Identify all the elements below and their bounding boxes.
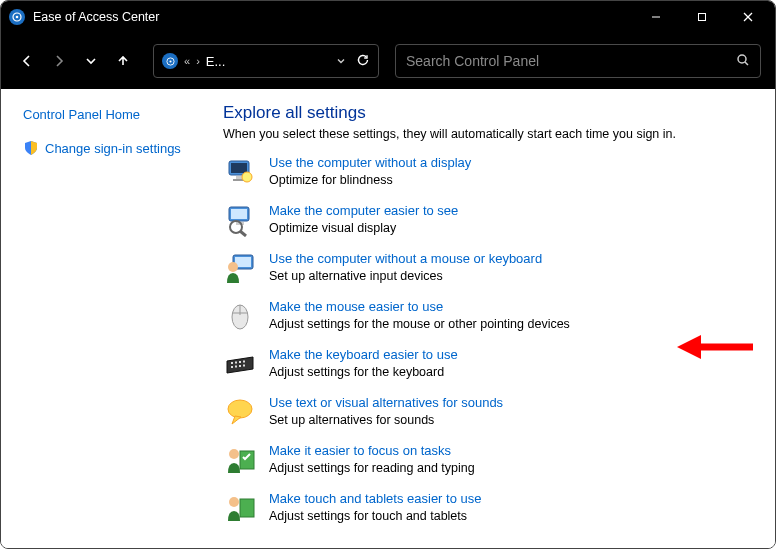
minimize-button[interactable]	[633, 1, 679, 33]
setting-link-no-display[interactable]: Use the computer without a display	[269, 155, 471, 170]
setting-item: Use the computer without a displayOptimi…	[223, 155, 757, 189]
setting-item: Make touch and tablets easier to useAdju…	[223, 491, 757, 525]
setting-desc: Adjust settings for the keyboard	[269, 365, 458, 379]
svg-rect-16	[231, 209, 247, 219]
address-bar[interactable]: « › E...	[153, 44, 379, 78]
address-dropdown[interactable]	[336, 54, 346, 69]
svg-rect-11	[231, 163, 247, 173]
mouse-icon	[223, 299, 257, 333]
svg-rect-28	[239, 361, 241, 363]
svg-rect-38	[240, 499, 254, 517]
sidebar: Control Panel Home Change sign-in settin…	[1, 89, 209, 548]
setting-item: Make it easier to focus on tasksAdjust s…	[223, 443, 757, 477]
close-button[interactable]	[725, 1, 771, 33]
app-icon	[9, 9, 25, 25]
setting-link-keyboard[interactable]: Make the keyboard easier to use	[269, 347, 458, 362]
setting-desc: Set up alternative input devices	[269, 269, 542, 283]
setting-item: Make the keyboard easier to useAdjust se…	[223, 347, 757, 381]
recent-dropdown[interactable]	[79, 49, 103, 73]
setting-link-touch[interactable]: Make touch and tablets easier to use	[269, 491, 481, 506]
setting-desc: Optimize for blindness	[269, 173, 471, 187]
setting-desc: Adjust settings for the mouse or other p…	[269, 317, 570, 331]
location-icon	[162, 53, 178, 69]
search-box[interactable]	[395, 44, 761, 78]
svg-point-37	[229, 497, 239, 507]
svg-point-1	[16, 16, 19, 19]
svg-rect-36	[240, 451, 254, 469]
refresh-button[interactable]	[356, 53, 370, 70]
setting-link-mouse[interactable]: Make the mouse easier to use	[269, 299, 443, 314]
setting-link-sounds[interactable]: Use text or visual alternatives for soun…	[269, 395, 503, 410]
svg-rect-26	[231, 362, 233, 364]
svg-rect-32	[239, 365, 241, 367]
shield-icon	[23, 140, 39, 156]
page-heading: Explore all settings	[223, 103, 757, 123]
display-off-icon	[223, 155, 257, 189]
svg-point-8	[738, 55, 746, 63]
svg-line-19	[240, 231, 246, 236]
setting-desc: Adjust settings for touch and tablets	[269, 509, 481, 523]
svg-point-14	[242, 172, 252, 182]
nav-toolbar: « › E...	[1, 33, 775, 89]
chevron-left-icon: «	[184, 55, 190, 67]
back-button[interactable]	[15, 49, 39, 73]
setting-item: Use text or visual alternatives for soun…	[223, 395, 757, 429]
breadcrumb[interactable]: E...	[206, 54, 226, 69]
content-area: Control Panel Home Change sign-in settin…	[1, 89, 775, 548]
window-title: Ease of Access Center	[33, 10, 159, 24]
user-tablet-icon	[223, 491, 257, 525]
svg-line-9	[745, 62, 748, 65]
svg-point-34	[228, 400, 252, 418]
setting-item: Use the computer without a mouse or keyb…	[223, 251, 757, 285]
search-icon[interactable]	[736, 53, 750, 70]
main-panel: Explore all settings When you select the…	[209, 89, 775, 548]
setting-link-focus[interactable]: Make it easier to focus on tasks	[269, 443, 451, 458]
setting-desc: Adjust settings for reading and typing	[269, 461, 475, 475]
setting-item: Make the computer easier to seeOptimize …	[223, 203, 757, 237]
chevron-right-icon: ›	[196, 55, 200, 67]
user-checklist-icon	[223, 443, 257, 477]
svg-point-22	[228, 262, 238, 272]
setting-link-no-mouse-keyboard[interactable]: Use the computer without a mouse or keyb…	[269, 251, 542, 266]
setting-desc: Set up alternatives for sounds	[269, 413, 503, 427]
up-button[interactable]	[111, 49, 135, 73]
sidebar-home-link[interactable]: Control Panel Home	[23, 107, 199, 122]
setting-item: Make the mouse easier to useAdjust setti…	[223, 299, 757, 333]
speech-bubble-icon	[223, 395, 257, 429]
svg-rect-27	[235, 362, 237, 364]
maximize-button[interactable]	[679, 1, 725, 33]
setting-link-easier-see[interactable]: Make the computer easier to see	[269, 203, 458, 218]
user-display-icon	[223, 251, 257, 285]
svg-point-35	[229, 449, 239, 459]
svg-point-7	[169, 60, 171, 62]
page-subheading: When you select these settings, they wil…	[223, 127, 757, 141]
svg-rect-33	[243, 365, 245, 367]
sidebar-signin-link[interactable]: Change sign-in settings	[45, 141, 181, 156]
search-input[interactable]	[406, 53, 736, 69]
svg-rect-31	[235, 366, 237, 368]
svg-rect-30	[231, 366, 233, 368]
svg-rect-29	[243, 361, 245, 363]
magnifier-display-icon	[223, 203, 257, 237]
window: Ease of Access Center « › E... Control P…	[0, 0, 776, 549]
setting-desc: Optimize visual display	[269, 221, 458, 235]
keyboard-icon	[223, 347, 257, 381]
forward-button[interactable]	[47, 49, 71, 73]
svg-rect-3	[699, 14, 706, 21]
title-bar: Ease of Access Center	[1, 1, 775, 33]
